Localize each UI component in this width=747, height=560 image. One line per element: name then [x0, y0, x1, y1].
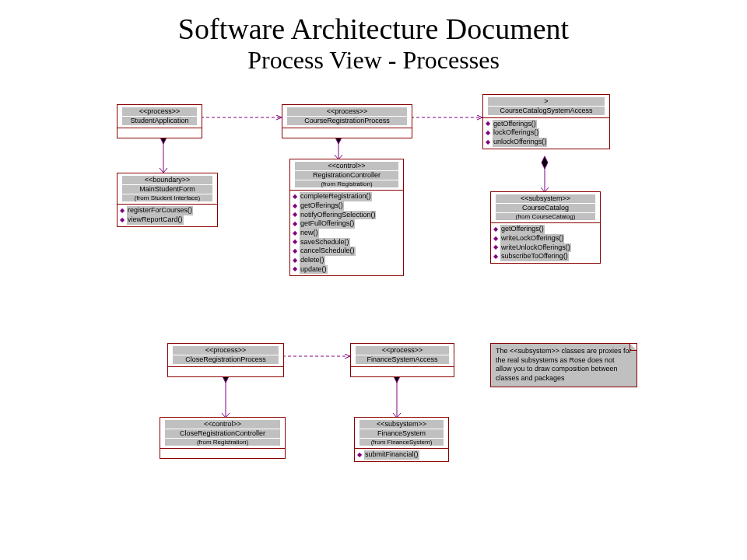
stereotype-label: <<subsystem>> — [359, 420, 444, 429]
class-name: CourseCatalog — [496, 204, 595, 212]
class-name: CourseCatalogSystemAccess — [488, 107, 605, 115]
class-name: MainStudentForm — [122, 185, 212, 194]
operation: getOfferings() — [493, 120, 537, 129]
diagram-note: The <<subsystem>> classes are proxies fo… — [490, 343, 637, 387]
class-name: CloseRegistrationController — [165, 429, 280, 438]
operation: writeLockOfferings() — [500, 234, 564, 243]
diagram-canvas: <<process>> StudentApplication <<process… — [0, 75, 747, 541]
operation: getOfferings() — [500, 225, 545, 234]
operation: unlockOfferings() — [493, 138, 547, 147]
operation: new() — [300, 229, 319, 238]
class-name: FinanceSystem — [359, 429, 444, 438]
class-close-registration-process: <<process>> CloseRegistrationProcess — [167, 343, 284, 377]
class-course-catalog-system-access: > CourseCatalogSystemAccess getOfferings… — [482, 94, 610, 149]
operation: getFullOfferings() — [300, 219, 355, 229]
class-main-student-form: <<boundary>> MainStudentForm (from Stude… — [117, 173, 218, 227]
class-course-registration-process: <<process>> CourseRegistrationProcess — [282, 104, 412, 138]
from-label: (from FinanceSystem) — [359, 439, 444, 446]
operation: delete() — [300, 256, 325, 265]
from-label: (from Registration) — [295, 180, 398, 188]
class-finance-system-access: <<process>> FinanceSystemAccess — [350, 343, 454, 377]
class-close-registration-controller: <<control>> CloseRegistrationController … — [160, 417, 286, 459]
operation: viewReportCard() — [127, 215, 184, 225]
svg-marker-7 — [542, 156, 548, 169]
class-name: FinanceSystemAccess — [356, 355, 449, 364]
class-name: CloseRegistrationProcess — [173, 355, 279, 364]
class-name: StudentApplication — [122, 117, 197, 125]
stereotype-label: <<process>> — [287, 107, 407, 116]
note-text: The <<subsystem>> classes are proxies fo… — [496, 347, 632, 382]
title-main: Software Architecture Document — [0, 12, 747, 46]
operation: completeRegistration() — [300, 192, 372, 201]
operation: submitFinancial() — [364, 450, 419, 460]
connector-lines — [0, 75, 747, 541]
operation: registerForCourses() — [127, 206, 193, 215]
class-name: CourseRegistrationProcess — [287, 117, 407, 125]
operation: subscribeToOffering() — [500, 252, 569, 261]
from-label: (from CourseCatalog) — [496, 213, 595, 221]
operation: notifyOfferingSelection() — [300, 211, 376, 220]
class-finance-system: <<subsystem>> FinanceSystem (from Financ… — [354, 417, 449, 462]
stereotype-label: <<control>> — [295, 162, 398, 170]
stereotype-label: <<boundary>> — [122, 176, 212, 184]
title-sub: Process View - Processes — [0, 46, 747, 75]
class-student-application: <<process>> StudentApplication — [117, 104, 202, 138]
class-course-catalog: <<subsystem>> CourseCatalog (from Course… — [490, 191, 601, 264]
operation: writeUnlockOfferings() — [500, 243, 571, 253]
stereotype-label: <<process>> — [173, 346, 279, 355]
stereotype-label: <<control>> — [165, 420, 280, 429]
stereotype-label: <<subsystem>> — [496, 194, 595, 203]
operation: lockOfferings() — [493, 128, 539, 138]
class-name: RegistrationController — [295, 171, 398, 180]
stereotype-label: <<process>> — [356, 346, 449, 355]
operation: cancelSchedule() — [300, 247, 356, 256]
stereotype-label: > — [488, 97, 605, 106]
operation: saveSchedule() — [300, 238, 350, 247]
from-label: (from Registration) — [165, 439, 280, 446]
operation: getOfferings() — [300, 201, 344, 211]
page-title: Software Architecture Document Process V… — [0, 0, 747, 75]
class-registration-controller: <<control>> RegistrationController (from… — [289, 159, 404, 276]
from-label: (from Student Interface) — [122, 194, 212, 202]
stereotype-label: <<process>> — [122, 107, 197, 116]
operation: update() — [300, 265, 328, 275]
